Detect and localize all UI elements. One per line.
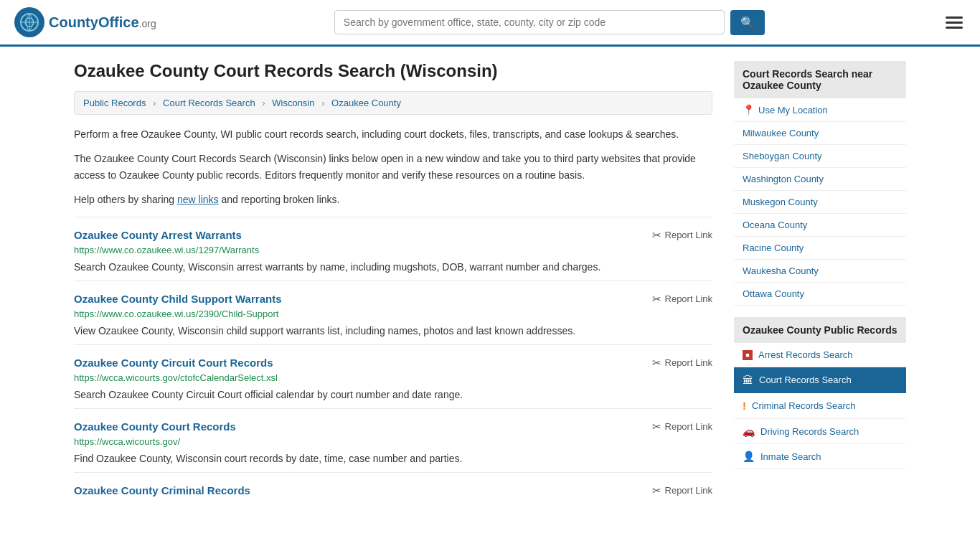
search-icon: 🔍 <box>740 17 755 29</box>
nearby-county-milwaukee-county[interactable]: Milwaukee County <box>734 122 906 144</box>
menu-button[interactable] <box>943 14 966 32</box>
pr-link-driving[interactable]: Driving Records Search <box>760 426 859 437</box>
record-title-criminal-records: Ozaukee County Criminal Records <box>74 484 250 496</box>
nearby-county-sheboygan-county[interactable]: Sheboygan County <box>734 145 906 167</box>
breadcrumb-wisconsin[interactable]: Wisconsin <box>272 98 314 108</box>
pr-link-inmate[interactable]: Inmate Search <box>760 451 821 462</box>
record-title-arrest-warrants: Ozaukee County Arrest Warrants <box>74 229 242 241</box>
record-entry-circuit-court: Ozaukee County Circuit Court Records ✂ R… <box>74 344 712 408</box>
record-entry-child-support: Ozaukee County Child Support Warrants ✂ … <box>74 281 712 344</box>
record-desc-child-support: View Ozaukee County, Wisconsin child sup… <box>74 324 712 339</box>
logo-text: CountyOffice.org <box>49 14 156 31</box>
desc3-post: and reporting broken links. <box>219 194 340 205</box>
nearby-county-washington-county[interactable]: Washington County <box>734 168 906 190</box>
breadcrumb: Public Records › Court Records Search › … <box>74 91 712 115</box>
pr-icon-criminal: ! <box>743 400 746 412</box>
report-link-btn-criminal-records[interactable]: ✂ Report Link <box>652 484 712 497</box>
pr-icon-court: 🏛 <box>743 374 753 386</box>
description-3: Help others by sharing new links and rep… <box>74 192 712 207</box>
menu-icon-bar <box>946 17 963 19</box>
report-link-btn-circuit-court[interactable]: ✂ Report Link <box>652 357 712 369</box>
record-url-circuit-court[interactable]: https://wcca.wicourts.gov/ctofcCalendarS… <box>74 372 712 383</box>
pr-icon-arrest: ■ <box>743 350 753 360</box>
report-icon: ✂ <box>652 484 661 497</box>
main-container: Ozaukee County Court Records Search (Wis… <box>60 47 920 520</box>
logo-icon <box>14 7 44 37</box>
pr-icon-driving: 🚗 <box>743 425 755 437</box>
record-link-circuit-court[interactable]: Ozaukee County Circuit Court Records <box>74 357 273 369</box>
report-label: Report Link <box>665 421 712 432</box>
record-url-court-records[interactable]: https://wcca.wicourts.gov/ <box>74 436 712 447</box>
report-icon: ✂ <box>652 357 661 369</box>
record-link-court-records[interactable]: Ozaukee County Court Records <box>74 420 236 433</box>
header: CountyOffice.org 🔍 <box>0 0 980 47</box>
search-button[interactable]: 🔍 <box>730 10 765 35</box>
report-icon: ✂ <box>652 229 661 242</box>
record-title-child-support: Ozaukee County Child Support Warrants <box>74 293 281 305</box>
pr-link-arrest[interactable]: Arrest Records Search <box>758 349 853 360</box>
pin-icon: 📍 <box>743 104 755 116</box>
record-desc-arrest-warrants: Search Ozaukee County, Wisconsin arrest … <box>74 260 712 275</box>
record-link-criminal-records[interactable]: Ozaukee County Criminal Records <box>74 484 250 496</box>
nearby-county-waukesha-county[interactable]: Waukesha County <box>734 260 906 282</box>
record-link-child-support[interactable]: Ozaukee County Child Support Warrants <box>74 293 281 305</box>
nearby-county-ottawa-county[interactable]: Ottawa County <box>734 283 906 305</box>
record-title-court-records: Ozaukee County Court Records <box>74 420 236 433</box>
desc3-pre: Help others by sharing <box>74 194 177 205</box>
report-icon: ✂ <box>652 293 661 306</box>
public-records-list: ■ Arrest Records Search 🏛 Court Records … <box>734 343 906 469</box>
report-link-btn-court-records[interactable]: ✂ Report Link <box>652 420 712 433</box>
report-label: Report Link <box>665 230 712 240</box>
pr-item-arrest[interactable]: ■ Arrest Records Search <box>734 343 906 367</box>
content-area: Ozaukee County Court Records Search (Wis… <box>74 61 712 506</box>
breadcrumb-ozaukee[interactable]: Ozaukee County <box>331 98 401 108</box>
record-entry-criminal-records: Ozaukee County Criminal Records ✂ Report… <box>74 472 712 506</box>
use-location-link[interactable]: 📍 Use My Location <box>734 98 906 121</box>
report-icon: ✂ <box>652 420 661 433</box>
report-label: Report Link <box>665 293 712 304</box>
search-input[interactable] <box>334 10 725 34</box>
breadcrumb-court-records[interactable]: Court Records Search <box>163 98 255 108</box>
report-link-btn-child-support[interactable]: ✂ Report Link <box>652 293 712 306</box>
logo-area[interactable]: CountyOffice.org <box>14 7 156 37</box>
public-records-title: Ozaukee County Public Records <box>734 317 906 343</box>
pr-label-court: Court Records Search <box>759 375 852 385</box>
search-area: 🔍 <box>334 10 765 35</box>
report-link-btn-arrest-warrants[interactable]: ✂ Report Link <box>652 229 712 242</box>
pr-item-criminal[interactable]: ! Criminal Records Search <box>734 393 906 419</box>
record-entry-court-records: Ozaukee County Court Records ✂ Report Li… <box>74 408 712 472</box>
breadcrumb-sep: › <box>321 98 324 108</box>
record-entry-arrest-warrants: Ozaukee County Arrest Warrants ✂ Report … <box>74 217 712 281</box>
page-title: Ozaukee County Court Records Search (Wis… <box>74 61 712 81</box>
pr-item-court[interactable]: 🏛 Court Records Search <box>734 367 906 393</box>
nearby-county-racine-county[interactable]: Racine County <box>734 237 906 259</box>
nearby-county-oceana-county[interactable]: Oceana County <box>734 214 906 236</box>
record-desc-court-records: Find Ozaukee County, Wisconsin court rec… <box>74 451 712 466</box>
pr-item-inmate[interactable]: 👤 Inmate Search <box>734 444 906 469</box>
nearby-counties-list: 📍 Use My Location Milwaukee CountySheboy… <box>734 98 906 306</box>
description-2: The Ozaukee County Court Records Search … <box>74 151 712 183</box>
description-1: Perform a free Ozaukee County, WI public… <box>74 126 712 142</box>
report-label: Report Link <box>665 357 712 368</box>
record-url-child-support[interactable]: https://www.co.ozaukee.wi.us/2390/Child-… <box>74 309 712 319</box>
breadcrumb-sep: › <box>153 98 156 108</box>
report-label: Report Link <box>665 485 712 496</box>
records-list: Ozaukee County Arrest Warrants ✂ Report … <box>74 217 712 506</box>
menu-icon-bar <box>946 22 963 24</box>
pr-link-criminal[interactable]: Criminal Records Search <box>752 400 856 411</box>
nearby-county-muskegon-county[interactable]: Muskegon County <box>734 191 906 213</box>
menu-icon-bar <box>946 27 963 29</box>
pr-item-driving[interactable]: 🚗 Driving Records Search <box>734 419 906 444</box>
nearby-title: Court Records Search near Ozaukee County <box>734 61 906 98</box>
use-location-label: Use My Location <box>758 105 828 116</box>
record-title-circuit-court: Ozaukee County Circuit Court Records <box>74 357 273 369</box>
pr-icon-inmate: 👤 <box>743 451 755 462</box>
sidebar: Court Records Search near Ozaukee County… <box>734 61 906 506</box>
new-links-link[interactable]: new links <box>177 194 219 205</box>
breadcrumb-public-records[interactable]: Public Records <box>83 98 146 108</box>
breadcrumb-sep: › <box>262 98 265 108</box>
record-url-arrest-warrants[interactable]: https://www.co.ozaukee.wi.us/1297/Warran… <box>74 245 712 255</box>
record-link-arrest-warrants[interactable]: Ozaukee County Arrest Warrants <box>74 229 242 241</box>
record-desc-circuit-court: Search Ozaukee County Circuit Court offi… <box>74 387 712 402</box>
